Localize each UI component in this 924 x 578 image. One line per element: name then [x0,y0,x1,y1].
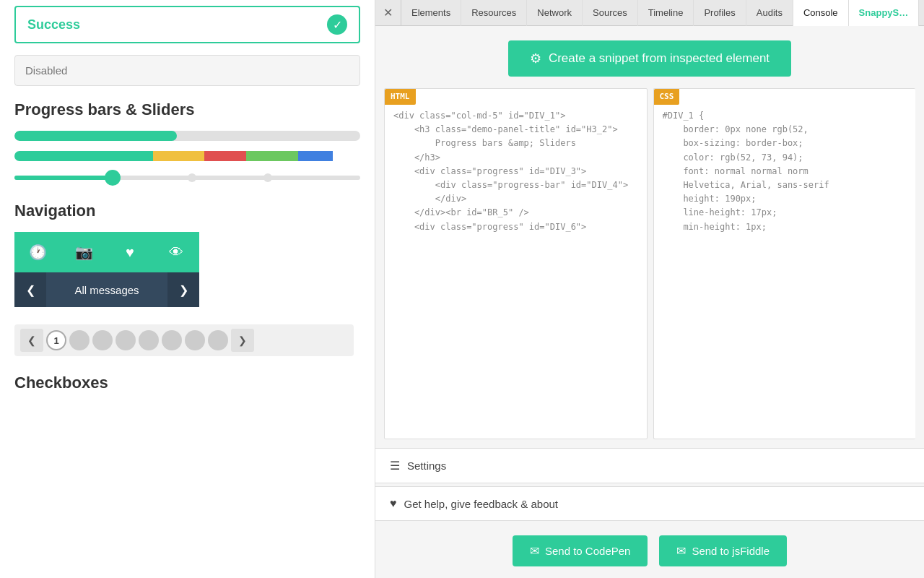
jsfiddle-button[interactable]: ✉ Send to jsFiddle [659,535,787,566]
pagination: ❮ 1 ❯ [14,324,354,356]
slider-fill [14,176,111,180]
segment-red [204,151,245,161]
devtools-close-btn[interactable]: ✕ [375,0,401,26]
segment-yellow [153,151,205,161]
gear-icon: ⚙ [530,51,541,66]
tab-network[interactable]: Network [527,0,583,26]
css-line-3: box-sizing: border-box; [663,137,907,150]
nav-heart-btn[interactable]: ♥ [107,232,153,272]
slider-thumb[interactable] [105,170,121,186]
checkboxes-heading: Checkboxes [14,374,360,392]
create-snippet-button[interactable]: ⚙ Create a snippet from inspected elemen… [508,40,791,77]
html-line-1: <div class="col-md-5" id="DIV_1"> [393,109,638,123]
page-4[interactable] [116,330,136,350]
page-2[interactable] [69,330,90,350]
heart-icon: ♥ [390,497,397,510]
html-code-content: <div class="col-md-5" id="DIV_1"> <h3 cl… [393,109,638,234]
nav-prev-btn[interactable]: ❮ [14,272,46,307]
devtools-tab-bar: ✕ Elements Resources Network Sources Tim… [375,0,924,26]
snippet-btn-area: ⚙ Create a snippet from inspected elemen… [375,26,924,88]
html-line-9: <div class="progress" id="DIV_6"> [393,220,638,234]
css-label: CSS [654,89,680,105]
pagination-prev[interactable]: ❮ [20,329,43,352]
page-5[interactable] [139,330,159,350]
right-panel: ✕ Elements Resources Network Sources Tim… [375,0,924,578]
nav-next-btn[interactable]: ❯ [167,272,199,307]
tab-timeline[interactable]: Timeline [638,0,694,26]
bottom-actions: ✉ Send to CodePen ✉ Send to jsFiddle [375,524,924,578]
success-check-icon: ✓ [327,14,347,35]
codepen-button[interactable]: ✉ Send to CodePen [513,535,648,566]
html-line-5: <div class="progress" id="DIV_3"> [393,165,638,178]
hamburger-icon: ☰ [390,459,400,473]
progress-heading: Progress bars & Sliders [14,100,360,119]
success-label: Success [27,17,80,33]
help-section[interactable]: ♥ Get help, give feedback & about [375,486,924,521]
html-line-2: <h3 class="demo-panel-title" id="H3_2"> [393,123,638,137]
progress-bar-1 [14,131,360,141]
progress-section: Progress bars & Sliders [14,100,360,180]
pagination-next[interactable]: ❯ [231,329,254,352]
css-line-8: line-height: 17px; [663,206,907,220]
settings-section[interactable]: ☰ Settings [375,448,924,483]
nav-messages-label: All messages [46,284,167,296]
nav-clock-btn[interactable]: 🕐 [14,232,61,272]
progress-bar-multicolor [14,151,360,161]
html-line-8: </div><br id="BR_5" /> [393,206,638,220]
tab-sources[interactable]: Sources [583,0,638,26]
html-line-6: <div class="progress-bar" id="DIV_4"> [393,178,638,192]
code-area: HTML <div class="col-md-5" id="DIV_1"> <… [375,88,924,448]
slider-dot-1 [188,173,196,182]
html-line-3: Progress bars &amp; Sliders [393,137,638,150]
html-line-4: </h3> [393,151,638,165]
page-3[interactable] [92,330,113,350]
tab-audits[interactable]: Audits [746,0,793,26]
segment-blue [298,151,333,161]
progress-fill-1 [14,131,177,141]
page-8[interactable] [208,330,228,350]
css-code-panel: CSS #DIV_1 { border: 0px none rgb(52, bo… [653,88,916,439]
nav-eye-btn[interactable]: 👁 [153,232,199,272]
left-panel: Success ✓ Progress bars & Sliders Naviga… [0,0,375,578]
disabled-input [14,55,360,86]
nav-messages-bar: ❮ All messages ❯ [14,272,199,307]
css-line-2: border: 0px none rgb(52, [663,123,907,137]
html-code-panel: HTML <div class="col-md-5" id="DIV_1"> <… [384,88,648,439]
page-6[interactable] [162,330,182,350]
nav-camera-btn[interactable]: 📷 [61,232,107,272]
tab-resources[interactable]: Resources [461,0,527,26]
nav-heading: Navigation [14,202,360,220]
css-line-1: #DIV_1 { [663,109,907,123]
css-line-6: Helvetica, Arial, sans-serif [663,178,907,192]
segment-lightgreen [246,151,298,161]
page-7[interactable] [185,330,205,350]
snippet-btn-label: Create a snippet from inspected element [549,51,770,66]
css-line-7: height: 190px; [663,192,907,206]
codepen-label: Send to CodePen [545,545,630,557]
css-line-4: color: rgb(52, 73, 94); [663,151,907,165]
nav-section: Navigation 🕐 📷 ♥ 👁 ❮ All messages ❯ [14,202,360,307]
css-line-9: min-height: 1px; [663,220,907,234]
page-1[interactable]: 1 [46,330,66,350]
css-code-content: #DIV_1 { border: 0px none rgb(52, box-si… [663,109,907,234]
tab-profiles[interactable]: Profiles [694,0,746,26]
html-label: HTML [385,89,416,105]
segment-green [14,151,153,161]
slider-dot-2 [263,173,272,182]
tab-console[interactable]: Console [793,0,849,26]
nav-icons-row: 🕐 📷 ♥ 👁 [14,232,199,272]
slider-track[interactable] [14,176,360,180]
jsfiddle-label: Send to jsFiddle [692,545,770,557]
tab-elements[interactable]: Elements [401,0,461,26]
html-line-7: </div> [393,192,638,206]
css-line-5: font: normal normal norm [663,165,907,178]
success-bar: Success ✓ [14,6,360,43]
tab-snappy[interactable]: SnappyS… [849,0,920,26]
help-label: Get help, give feedback & about [404,498,558,510]
jsfiddle-mail-icon: ✉ [676,544,686,558]
settings-label: Settings [407,460,446,472]
codepen-mail-icon: ✉ [530,544,539,558]
